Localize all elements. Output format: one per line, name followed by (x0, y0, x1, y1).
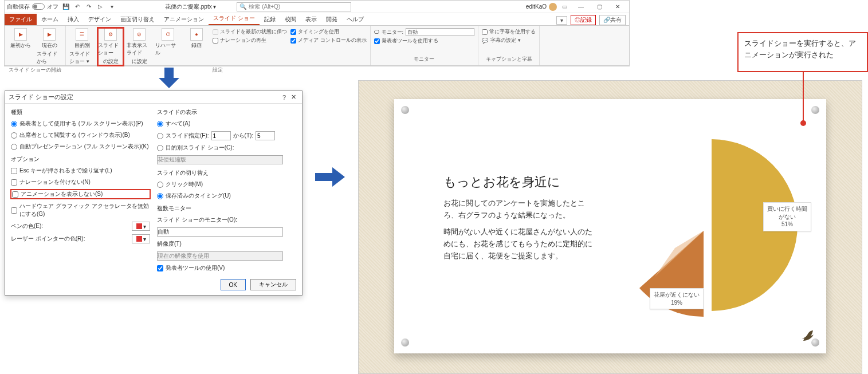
search-icon: 🔍 (239, 3, 246, 10)
setup-slideshow-button[interactable]: ⚙ スライド ショー の設定 (98, 28, 123, 65)
disable-gpu-check[interactable]: ハードウェア グラフィック アクセラレータを無効にする(G) (11, 202, 150, 218)
tab-slideshow[interactable]: スライド ショー (209, 13, 260, 25)
kind-presenter-radio[interactable]: 発表者として使用する (フル スクリーン表示)(P) (11, 120, 150, 128)
advance-timing-radio[interactable]: 保存済みのタイミング(U) (157, 192, 296, 200)
callout-dot-icon (800, 120, 806, 126)
from-current-l1: 現在の (42, 42, 57, 49)
pen-color-row: ペンの色(E): ▾ (11, 222, 150, 231)
ok-button[interactable]: OK (221, 279, 246, 290)
minimize-button[interactable]: — (572, 1, 590, 13)
quick-access-toolbar: 💾 ↶ ↷ ▷ ▾ (62, 3, 116, 11)
redo-icon[interactable]: ↷ (85, 3, 93, 11)
show-group-title: スライドの表示 (157, 108, 296, 116)
tab-help[interactable]: ヘルプ (342, 14, 368, 25)
arrow-right-icon (314, 166, 346, 189)
dialog-title: スライド ショーの設定 (9, 93, 280, 101)
laser-color-button[interactable]: ▾ (132, 234, 150, 243)
presenter-view-check[interactable]: 発表者ツールを使用する (374, 37, 475, 45)
cancel-button[interactable]: キャンセル (250, 279, 296, 290)
show-range-radio[interactable]: スライド指定(F): (157, 132, 209, 140)
ribbon-mode-chip[interactable]: ▾ (556, 16, 567, 25)
subtitle-settings-button[interactable]: 💬 字幕の設定 ▾ (482, 37, 536, 44)
callout-box: スライドショーを実行すると、アニメーションが実行された (737, 32, 868, 72)
qat-dropdown-icon[interactable]: ▾ (108, 3, 116, 11)
narration-check[interactable]: ナレーションの再生 (213, 37, 287, 44)
advance-click-radio[interactable]: クリック時(M) (157, 180, 296, 188)
tab-animations[interactable]: アニメーション (159, 14, 209, 25)
ribbon-body: ▶ 最初から ▶ 現在の スライドから スライド ショーの開始 ☰ 目的別 スラ… (5, 26, 629, 66)
loop-check[interactable]: Esc キーが押されるまで繰り返す(L) (11, 167, 150, 175)
slide-paragraph-2: 時間がない人や近くに花屋さんがない人のためにも、お花を感じてもらうために定期的に… (443, 226, 598, 262)
no-animation-check[interactable]: アニメーションを表示しない(S) (12, 190, 149, 198)
keep-updated-check[interactable]: スライドを最新の状態に保つ (213, 28, 287, 36)
kind-kiosk-radio[interactable]: 自動プレゼンテーション (フル スクリーン表示)(K) (11, 143, 150, 151)
custom-show-select[interactable]: 花便短縮版 (157, 155, 283, 164)
setup-l1: スライド ショー (98, 42, 123, 57)
window-controls: — ▢ ✕ (572, 1, 627, 13)
pen-color-button[interactable]: ▾ (132, 222, 150, 231)
user-name: editKaO (526, 3, 547, 10)
close-icon[interactable]: ✕ (288, 93, 299, 101)
range-to-input[interactable] (256, 131, 275, 140)
autosave-toggle[interactable]: 自動保存 オフ (7, 3, 58, 11)
search-input[interactable]: 🔍 検索 (Alt+Q) (237, 2, 351, 11)
range-from-input[interactable] (211, 131, 231, 140)
ribbon-group-captions: 常に字幕を使用する 💬 字幕の設定 ▾ キャプションと字幕 (478, 26, 540, 65)
slide: もっとお花を身近に お花に関してのアンケートを実施したところ、右グラフのような結… (394, 99, 826, 353)
group-captions-label: キャプションと字幕 (482, 56, 536, 63)
no-animation-row: アニメーションを表示しない(S) (11, 190, 150, 199)
hide-slide-button[interactable]: ⊘ 非表示スライド に設定 (127, 28, 152, 65)
search-placeholder: 検索 (Alt+Q) (249, 3, 280, 11)
monitor-select[interactable]: 自動 (406, 28, 474, 36)
resolution-label: 解像度(T) (157, 240, 296, 248)
show-all-radio[interactable]: すべて(A) (157, 120, 296, 128)
pen-color-label: ペンの色(E): (11, 222, 43, 230)
pen-swatch-icon (136, 223, 142, 229)
resolution-select[interactable]: 現在の解像度を使用 (157, 251, 283, 261)
kind-browse-radio[interactable]: 出席者として閲覧する (ウィンドウ表示)(B) (11, 131, 150, 139)
from-beginning-button[interactable]: ▶ 最初から (8, 28, 33, 49)
custom-show-button[interactable]: ☰ 目的別 スライド ショー ▾ (69, 28, 95, 65)
ribbon-display-icon[interactable]: ▭ (560, 3, 568, 11)
slideshow-icon: ▶ (14, 28, 27, 41)
tab-design[interactable]: デザイン (84, 14, 116, 25)
monitor-label: モニター: (382, 29, 404, 36)
autosave-label: 自動保存 (7, 3, 30, 11)
presenter-tool-check[interactable]: 発表者ツールの使用(V) (157, 264, 296, 272)
tab-review[interactable]: 校閲 (280, 14, 301, 25)
group-setup-label: 設定 (69, 66, 367, 74)
tab-file[interactable]: ファイル (5, 14, 37, 25)
document-title[interactable]: 花便のご提案.pptx ▾ (165, 3, 216, 11)
tab-insert[interactable]: 挿入 (63, 14, 84, 25)
maximize-button[interactable]: ▢ (590, 1, 608, 13)
timing-check[interactable]: タイミングを使用 (290, 28, 367, 36)
rehearse-button[interactable]: ⏱ リハーサル (155, 28, 180, 57)
screw-icon (811, 106, 819, 114)
no-narration-check[interactable]: ナレーションを付けない(N) (11, 178, 150, 186)
tab-transitions[interactable]: 画面切り替え (116, 14, 159, 25)
from-current-button[interactable]: ▶ 現在の スライドから (37, 28, 62, 65)
monitor-icon: 🖵 (374, 29, 379, 35)
close-button[interactable]: ✕ (608, 1, 627, 13)
share-button[interactable]: 🔗共有 (599, 15, 626, 25)
always-subtitle-check[interactable]: 常に字幕を使用する (482, 28, 536, 36)
group-start-label: スライド ショーの開始 (8, 66, 62, 74)
help-icon[interactable]: ? (280, 94, 288, 101)
screw-icon (401, 338, 409, 347)
save-icon[interactable]: 💾 (62, 3, 70, 11)
options-group-title: オプション (11, 155, 150, 163)
tab-view[interactable]: 表示 (301, 14, 321, 25)
tab-home[interactable]: ホーム (37, 14, 63, 25)
undo-icon[interactable]: ↶ (73, 3, 81, 11)
slideshow-start-icon[interactable]: ▷ (96, 3, 104, 11)
record-button-ribbon[interactable]: ● 録画 (184, 28, 209, 49)
laser-color-row: レーザー ポインターの色(R): ▾ (11, 234, 150, 243)
account-button[interactable]: editKaO (526, 3, 557, 11)
record-button[interactable]: ◎記録 (571, 15, 596, 25)
multi-monitor-select[interactable]: 自動 (157, 227, 283, 237)
tab-developer[interactable]: 開発 (321, 14, 342, 25)
ribbon-group-start: ▶ 最初から ▶ 現在の スライドから スライド ショーの開始 (5, 26, 66, 65)
show-custom-radio[interactable]: 目的別スライド ショー(C): (157, 144, 296, 152)
tab-record[interactable]: 記録 (260, 14, 280, 25)
media-controls-check[interactable]: メディア コントロールの表示 (290, 37, 367, 44)
